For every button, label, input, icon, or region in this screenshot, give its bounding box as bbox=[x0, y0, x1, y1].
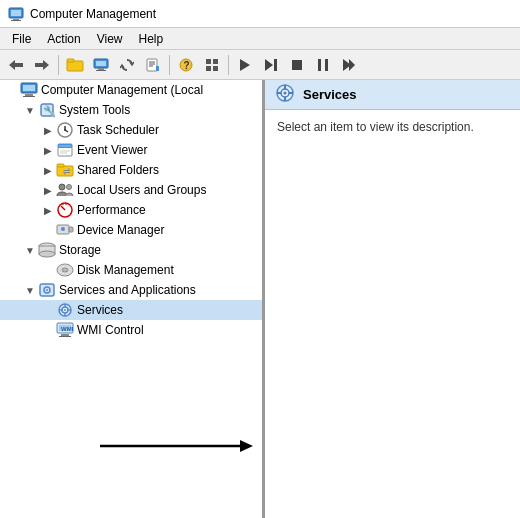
svg-rect-1 bbox=[11, 10, 21, 16]
toolbar-sep-2 bbox=[169, 55, 170, 75]
svg-point-70 bbox=[64, 309, 66, 311]
svg-rect-21 bbox=[206, 66, 211, 71]
export-button[interactable] bbox=[141, 53, 165, 77]
system-tools-icon: 🔧 bbox=[38, 102, 56, 118]
title-bar: Computer Management bbox=[0, 0, 520, 28]
expand-performance[interactable]: ▶ bbox=[40, 205, 56, 216]
grid-button[interactable] bbox=[200, 53, 224, 77]
svg-text:🔧: 🔧 bbox=[43, 104, 56, 118]
tree-panel[interactable]: Computer Management (Local ▼ 🔧 System To… bbox=[0, 80, 265, 518]
right-panel-description: Select an item to view its description. bbox=[277, 120, 474, 134]
step-button[interactable] bbox=[259, 53, 283, 77]
right-panel-header-icon bbox=[275, 83, 295, 107]
stop-button[interactable] bbox=[285, 53, 309, 77]
window-title: Computer Management bbox=[30, 7, 156, 21]
expand-local-users[interactable]: ▶ bbox=[40, 185, 56, 196]
svg-point-50 bbox=[67, 185, 72, 190]
right-panel-title: Services bbox=[303, 87, 357, 102]
svg-marker-24 bbox=[265, 59, 273, 71]
menu-view[interactable]: View bbox=[89, 30, 131, 48]
svg-point-56 bbox=[61, 227, 65, 231]
local-users-icon bbox=[56, 182, 74, 198]
svg-rect-3 bbox=[11, 20, 21, 21]
disk-management-icon bbox=[56, 262, 74, 278]
pause-button[interactable] bbox=[311, 53, 335, 77]
svg-rect-22 bbox=[213, 66, 218, 71]
expand-storage[interactable]: ▼ bbox=[22, 245, 38, 256]
computer-management-icon bbox=[20, 82, 38, 98]
svg-rect-19 bbox=[206, 59, 211, 64]
tree-item-computer-management[interactable]: Computer Management (Local bbox=[0, 80, 262, 100]
svg-marker-5 bbox=[35, 60, 49, 70]
svg-rect-9 bbox=[96, 61, 106, 66]
expand-services-apps[interactable]: ▼ bbox=[22, 285, 38, 296]
right-panel: Services Select an item to view its desc… bbox=[265, 80, 520, 518]
services-icon bbox=[56, 302, 74, 318]
svg-rect-20 bbox=[213, 59, 218, 64]
tree-label-computer-management: Computer Management (Local bbox=[41, 83, 203, 97]
svg-marker-4 bbox=[9, 60, 23, 70]
tree-item-disk-management[interactable]: Disk Management bbox=[0, 260, 262, 280]
tree-item-shared-folders[interactable]: ▶ ⇌ Shared Folders bbox=[0, 160, 262, 180]
main-container: Computer Management (Local ▼ 🔧 System To… bbox=[0, 80, 520, 518]
tree-item-local-users[interactable]: ▶ Local Users and Groups bbox=[0, 180, 262, 200]
shared-folders-icon: ⇌ bbox=[56, 162, 74, 178]
services-apps-icon bbox=[38, 282, 56, 298]
menu-help[interactable]: Help bbox=[131, 30, 172, 48]
tree-label-system-tools: System Tools bbox=[59, 103, 130, 117]
svg-rect-32 bbox=[23, 85, 35, 91]
tree-item-performance[interactable]: ▶ Performance bbox=[0, 200, 262, 220]
tree-label-performance: Performance bbox=[77, 203, 146, 217]
wmi-icon: WMI bbox=[56, 322, 74, 338]
tree-item-task-scheduler[interactable]: ▶ Task Scheduler bbox=[0, 120, 262, 140]
svg-marker-23 bbox=[240, 59, 250, 71]
browse-button[interactable] bbox=[63, 53, 87, 77]
play-button[interactable] bbox=[233, 53, 257, 77]
svg-point-40 bbox=[64, 129, 66, 131]
tree-item-services[interactable]: Services bbox=[0, 300, 262, 320]
svg-rect-27 bbox=[318, 59, 321, 71]
svg-text:⇌: ⇌ bbox=[63, 166, 71, 176]
menu-action[interactable]: Action bbox=[39, 30, 88, 48]
tree-label-event-viewer: Event Viewer bbox=[77, 143, 147, 157]
tree-item-event-viewer[interactable]: ▶ Event Viewer bbox=[0, 140, 262, 160]
computer-button[interactable] bbox=[89, 53, 113, 77]
svg-marker-30 bbox=[349, 59, 355, 71]
tree-item-system-tools[interactable]: ▼ 🔧 System Tools bbox=[0, 100, 262, 120]
expand-shared-folders[interactable]: ▶ bbox=[40, 165, 56, 176]
svg-rect-78 bbox=[59, 336, 71, 337]
help-button[interactable]: ? bbox=[174, 53, 198, 77]
expand-task-scheduler[interactable]: ▶ bbox=[40, 125, 56, 136]
tree-item-device-manager[interactable]: Device Manager bbox=[0, 220, 262, 240]
refresh-button[interactable] bbox=[115, 53, 139, 77]
tree-label-device-manager: Device Manager bbox=[77, 223, 164, 237]
svg-text:?: ? bbox=[184, 60, 190, 71]
tree-label-services-and-apps: Services and Applications bbox=[59, 283, 196, 297]
tree-item-storage[interactable]: ▼ Storage bbox=[0, 240, 262, 260]
tree-label-disk-management: Disk Management bbox=[77, 263, 174, 277]
skip-button[interactable] bbox=[337, 53, 361, 77]
performance-icon bbox=[56, 202, 74, 218]
toolbar: ? bbox=[0, 50, 520, 80]
svg-rect-10 bbox=[98, 68, 104, 70]
task-scheduler-icon bbox=[56, 122, 74, 138]
svg-point-49 bbox=[59, 184, 65, 190]
menu-file[interactable]: File bbox=[4, 30, 39, 48]
svg-rect-11 bbox=[96, 70, 106, 71]
forward-button[interactable] bbox=[30, 53, 54, 77]
svg-marker-16 bbox=[156, 66, 159, 71]
svg-point-60 bbox=[44, 245, 50, 247]
expand-system-tools[interactable]: ▼ bbox=[22, 105, 38, 116]
svg-point-82 bbox=[284, 91, 287, 94]
tree-item-services-and-apps[interactable]: ▼ Services and Applications bbox=[0, 280, 262, 300]
event-viewer-icon bbox=[56, 142, 74, 158]
tree-label-local-users: Local Users and Groups bbox=[77, 183, 206, 197]
device-manager-icon bbox=[56, 222, 74, 238]
svg-rect-77 bbox=[61, 334, 69, 336]
expand-event-viewer[interactable]: ▶ bbox=[40, 145, 56, 156]
back-button[interactable] bbox=[4, 53, 28, 77]
tree-item-wmi-control[interactable]: WMI WMI Control bbox=[0, 320, 262, 340]
toolbar-sep-3 bbox=[228, 55, 229, 75]
tree-label-storage: Storage bbox=[59, 243, 101, 257]
tree-label-wmi: WMI Control bbox=[77, 323, 144, 337]
